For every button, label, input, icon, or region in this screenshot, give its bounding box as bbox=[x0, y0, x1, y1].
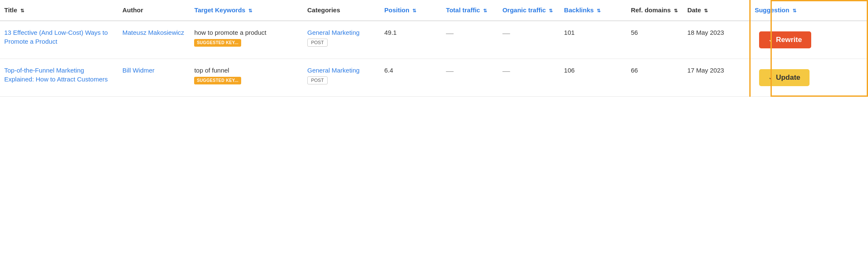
row1-category-cell: General Marketing POST bbox=[303, 21, 380, 59]
sort-icon-position: ⇅ bbox=[412, 8, 416, 14]
row2-ref-domains-cell: 66 bbox=[626, 59, 683, 96]
row2-total-traffic-cell: — bbox=[442, 59, 498, 96]
chevron-down-icon: ⌄ bbox=[768, 75, 773, 81]
col-header-ref-domains[interactable]: Ref. domains ⇅ bbox=[626, 0, 683, 21]
sort-icon-total: ⇅ bbox=[483, 8, 487, 14]
row2-backlinks: 106 bbox=[564, 67, 575, 74]
update-button[interactable]: ⌄ Update bbox=[759, 69, 810, 86]
row2-backlinks-cell: 106 bbox=[560, 59, 627, 96]
row1-total-traffic: — bbox=[446, 29, 453, 37]
row1-category-type: POST bbox=[307, 39, 328, 47]
col-header-categories: Categories bbox=[303, 0, 380, 21]
row2-category-cell: General Marketing POST bbox=[303, 59, 380, 96]
sort-icon-organic: ⇅ bbox=[549, 8, 553, 14]
table-header-row: Title ⇅ Author Target Keywords ⇅ Categor… bbox=[0, 0, 868, 21]
row2-category-type: POST bbox=[307, 76, 328, 84]
sort-icon-date: ⇅ bbox=[704, 8, 708, 14]
row1-ref-domains: 56 bbox=[631, 29, 638, 36]
row2-position-cell: 6.4 bbox=[380, 59, 442, 96]
row2-total-traffic: — bbox=[446, 67, 453, 75]
row2-position: 6.4 bbox=[384, 67, 393, 74]
row1-organic-traffic-cell: — bbox=[498, 21, 559, 59]
row1-title-link[interactable]: 13 Effective (And Low-Cost) Ways to Prom… bbox=[4, 29, 108, 45]
row1-backlinks-cell: 101 bbox=[560, 21, 627, 59]
row1-suggestion-cell: ⌄ Rewrite bbox=[750, 21, 868, 59]
update-label: Update bbox=[776, 73, 801, 82]
sort-icon-title: ⇅ bbox=[20, 8, 24, 14]
table-row: Top-of-the-Funnel Marketing Explained: H… bbox=[0, 59, 868, 96]
row1-author: Mateusz Makosiewicz bbox=[122, 29, 184, 36]
row1-total-traffic-cell: — bbox=[442, 21, 498, 59]
row2-keywords-cell: top of funnel SUGGESTED KEY... bbox=[190, 59, 303, 96]
row2-author-cell: Bill Widmer bbox=[118, 59, 190, 96]
row1-organic-traffic: — bbox=[502, 29, 510, 37]
sort-icon-backlinks: ⇅ bbox=[597, 8, 601, 14]
row2-suggested-badge: SUGGESTED KEY... bbox=[194, 77, 241, 84]
row2-keyword-text: top of funnel bbox=[194, 66, 299, 75]
row1-date-cell: 18 May 2023 bbox=[683, 21, 750, 59]
row2-organic-traffic-cell: — bbox=[498, 59, 559, 96]
row2-title-link[interactable]: Top-of-the-Funnel Marketing Explained: H… bbox=[4, 67, 108, 83]
row1-suggested-badge: SUGGESTED KEY... bbox=[194, 39, 241, 47]
row2-organic-traffic: — bbox=[502, 67, 510, 75]
col-header-total-traffic[interactable]: Total traffic ⇅ bbox=[442, 0, 498, 21]
col-header-suggestion[interactable]: Suggestion ⇅ bbox=[750, 0, 868, 21]
col-header-backlinks[interactable]: Backlinks ⇅ bbox=[560, 0, 627, 21]
row1-ref-domains-cell: 56 bbox=[626, 21, 683, 59]
row1-keywords-cell: how to promote a product SUGGESTED KEY..… bbox=[190, 21, 303, 59]
col-header-keywords[interactable]: Target Keywords ⇅ bbox=[190, 0, 303, 21]
row1-date: 18 May 2023 bbox=[687, 29, 724, 36]
table-row: 13 Effective (And Low-Cost) Ways to Prom… bbox=[0, 21, 868, 59]
row2-title-cell: Top-of-the-Funnel Marketing Explained: H… bbox=[0, 59, 118, 96]
row2-category-link[interactable]: General Marketing bbox=[307, 66, 376, 75]
row1-title-cell: 13 Effective (And Low-Cost) Ways to Prom… bbox=[0, 21, 118, 59]
sort-icon-ref: ⇅ bbox=[674, 8, 678, 14]
rewrite-label: Rewrite bbox=[776, 36, 802, 44]
col-header-title[interactable]: Title ⇅ bbox=[0, 0, 118, 21]
row1-position: 49.1 bbox=[384, 29, 397, 36]
row2-suggestion-cell: ⌄ Update bbox=[750, 59, 868, 96]
sort-icon-suggestion: ⇅ bbox=[793, 8, 796, 14]
col-header-position[interactable]: Position ⇅ bbox=[380, 0, 442, 21]
chevron-down-icon: ⌄ bbox=[768, 37, 773, 43]
rewrite-button[interactable]: ⌄ Rewrite bbox=[759, 31, 811, 48]
sort-icon-keywords: ⇅ bbox=[248, 8, 252, 14]
row1-keyword-text: how to promote a product bbox=[194, 28, 299, 37]
col-header-author: Author bbox=[118, 0, 190, 21]
row1-position-cell: 49.1 bbox=[380, 21, 442, 59]
col-header-date[interactable]: Date ⇅ bbox=[683, 0, 750, 21]
row2-date-cell: 17 May 2023 bbox=[683, 59, 750, 96]
col-header-organic-traffic[interactable]: Organic traffic ⇅ bbox=[498, 0, 559, 21]
row2-author: Bill Widmer bbox=[122, 67, 155, 74]
row1-author-cell: Mateusz Makosiewicz bbox=[118, 21, 190, 59]
row1-category-link[interactable]: General Marketing bbox=[307, 28, 376, 37]
row2-ref-domains: 66 bbox=[631, 67, 638, 74]
row1-backlinks: 101 bbox=[564, 29, 575, 36]
row2-date: 17 May 2023 bbox=[687, 67, 724, 74]
